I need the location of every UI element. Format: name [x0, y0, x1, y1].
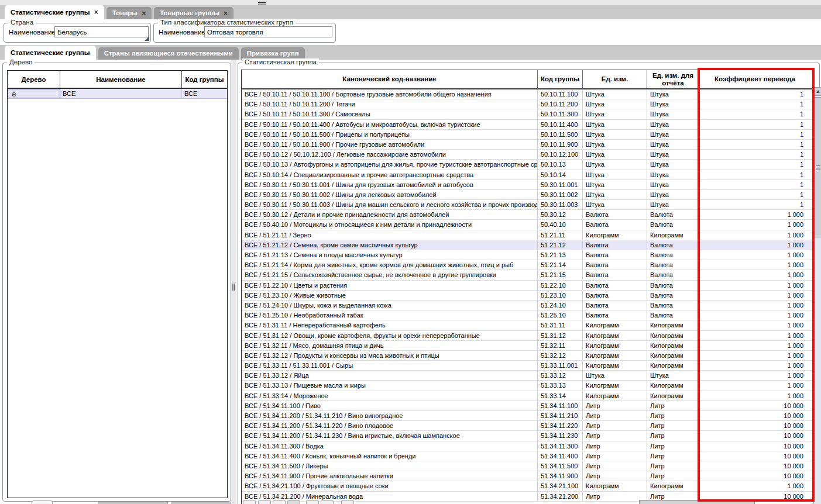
grid-row[interactable]: ВСЕ / 50.30.12 / Детали и прочие принадл… — [242, 210, 813, 220]
grid-row[interactable]: ВСЕ / 50.30.11 / 50.30.11.003 / Шины для… — [242, 200, 813, 210]
tree-column-header[interactable]: Дерево — [8, 71, 60, 88]
grid-row[interactable]: ВСЕ / 51.34.11.200 / 51.34.11.210 / Вино… — [242, 411, 813, 421]
cell-canonical-code-name: ВСЕ / 51.34.11.200 / 51.34.11.220 / Вино… — [242, 421, 538, 430]
cell-unit: Килограмм — [583, 341, 647, 350]
grid-row[interactable]: ВСЕ / 51.34.11.100 / Пиво 51.34.11.100 Л… — [242, 401, 813, 411]
grid-vertical-scrollbar[interactable] — [813, 87, 821, 504]
grid-row[interactable]: ВСЕ / 51.33.11 / 51.33.11.001 / Сыры 51.… — [242, 361, 813, 371]
cell-report-unit: Килограмм — [647, 320, 699, 330]
grid-row[interactable]: ВСЕ / 51.32.12 / Продукты и консервы из … — [242, 351, 813, 361]
grid-row[interactable]: ВСЕ / 51.34.11.200 / 51.34.11.220 / Вино… — [242, 421, 813, 431]
name-column-header[interactable]: Наименование — [60, 71, 182, 88]
report-unit-column-header[interactable]: Ед. изм. для отчёта — [647, 70, 699, 88]
paging-last-button[interactable] — [321, 500, 334, 504]
grid-row[interactable]: ВСЕ / 50.10.11 / 50.10.11.200 / Тягачи 5… — [242, 99, 813, 109]
page-number-box[interactable] — [639, 500, 755, 504]
grid-row[interactable]: ВСЕ / 51.21.11 / Зерно 51.21.11 Килограм… — [242, 230, 813, 240]
grid-row[interactable]: ВСЕ / 51.25.10 / Необработанный табак 51… — [242, 310, 813, 320]
paging-next-button[interactable] — [306, 500, 319, 504]
grid-row[interactable]: ВСЕ / 51.31.11 / Непереработанный картоф… — [242, 320, 813, 330]
grid-row[interactable]: ВСЕ / 51.22.10 / Цветы и растения 51.22.… — [242, 281, 813, 291]
tree-statusbar-segment — [98, 502, 168, 504]
cell-report-unit: Валюта — [647, 220, 699, 229]
document-tab[interactable]: Статистические группы × — [5, 5, 104, 19]
combo-trigger-icon[interactable] — [145, 36, 149, 41]
country-fieldset-legend: Страна — [8, 19, 36, 26]
splitter-grip-icon[interactable] — [232, 284, 235, 291]
grid-row[interactable]: ВСЕ / 51.21.12 / Семена, кроме семян мас… — [242, 240, 813, 250]
tree-toolbar-button[interactable] — [32, 500, 53, 504]
scrollbar-thumb[interactable] — [814, 97, 821, 237]
cell-group-code: 50.10.11.400 — [538, 120, 583, 129]
group-code-column-header[interactable]: Код группы — [538, 70, 583, 88]
scrollbar-up-button[interactable] — [814, 87, 821, 96]
grid-row[interactable]: ВСЕ / 50.10.12 / 50.10.12.100 / Легковые… — [242, 150, 813, 160]
grid-row[interactable]: ВСЕ / 51.34.11.500 / Ликеры 51.34.11.500… — [242, 461, 813, 471]
grid-row[interactable]: ВСЕ / 51.21.15 / Сельскохозяйственное сы… — [242, 270, 813, 280]
paging-prev-button[interactable] — [258, 500, 271, 504]
cell-conversion-coefficient: 1 000 — [699, 331, 810, 340]
cell-conversion-coefficient: 10 000 — [699, 431, 810, 440]
grid-row[interactable]: ВСЕ / 51.34.21.100 / Фруктовые и овощные… — [242, 481, 813, 491]
document-tab[interactable]: Товарные группы × — [154, 7, 233, 19]
panel-collapse-handle-icon[interactable] — [258, 2, 266, 5]
country-name-input[interactable] — [54, 26, 149, 37]
inner-tab[interactable]: Страны являющиеся отечественными — [98, 47, 239, 60]
inner-tab[interactable]: Статистические группы — [5, 46, 96, 60]
cell-unit: Килограмм — [583, 230, 647, 240]
document-tab[interactable]: Товары × — [107, 7, 152, 19]
cell-report-unit: Штука — [647, 109, 699, 119]
tree-row[interactable]: ⊕ ВСЕ ВСЕ — [8, 89, 227, 99]
grid-body: ВСЕ / 50.10.11 / 50.10.11.100 / Бортовые… — [242, 89, 813, 502]
paging-button[interactable] — [273, 500, 286, 504]
grid-row[interactable]: ВСЕ / 51.23.10 / Живые животные 51.23.10… — [242, 291, 813, 301]
grid-row[interactable]: ВСЕ / 50.30.11 / 50.30.11.001 / Шины для… — [242, 180, 813, 190]
grid-row[interactable]: ВСЕ / 51.31.12 / Овощи, кроме картофеля,… — [242, 331, 813, 341]
paging-first-button[interactable] — [243, 500, 256, 504]
grid-row[interactable]: ВСЕ / 51.24.10 / Шкуры, кожа и выделанна… — [242, 301, 813, 310]
grid-row[interactable]: ВСЕ / 50.10.11 / 50.10.11.100 / Бортовые… — [242, 89, 813, 99]
grid-row[interactable]: ВСЕ / 51.32.11 / Мясо, домашняя птица и … — [242, 341, 813, 351]
grid-row[interactable]: ВСЕ / 50.10.13 / Автофургоны и автоприце… — [242, 160, 813, 170]
grid-row[interactable]: ВСЕ / 51.33.14 / Мороженое 51.33.14 Кило… — [242, 391, 813, 401]
grid-row[interactable]: ВСЕ / 50.10.11 / 50.10.11.400 / Автобусы… — [242, 120, 813, 130]
paging-button[interactable] — [287, 500, 300, 504]
grid-row[interactable]: ВСЕ / 50.10.11 / 50.10.11.300 / Самосвал… — [242, 109, 813, 119]
canonical-code-name-column-header[interactable]: Канонический код-название — [242, 70, 538, 88]
cell-canonical-code-name: ВСЕ / 51.34.11.200 / 51.34.11.210 / Вино… — [242, 411, 538, 420]
tree-expander-cell[interactable]: ⊕ — [8, 89, 60, 98]
cell-canonical-code-name: ВСЕ / 51.33.12 / Яйца — [242, 371, 538, 380]
close-icon[interactable]: × — [94, 9, 98, 16]
cell-group-code: 50.10.11.500 — [538, 130, 583, 139]
cell-conversion-coefficient: 1 000 — [699, 381, 810, 390]
inner-tab[interactable]: Привязка групп — [241, 47, 305, 60]
refresh-button[interactable] — [341, 500, 354, 504]
grid-row[interactable]: ВСЕ / 51.34.11.900 / Прочие алкогольные … — [242, 471, 813, 481]
grid-row[interactable]: ВСЕ / 51.21.13 / Семена и плоды масличны… — [242, 250, 813, 260]
grid-row[interactable]: ВСЕ / 51.34.11.200 / 51.34.11.230 / Вина… — [242, 431, 813, 441]
grid-row[interactable]: ВСЕ / 50.10.14 / Специализированные и пр… — [242, 170, 813, 180]
close-icon[interactable]: × — [142, 10, 146, 17]
cell-unit: Литр — [583, 471, 647, 481]
cell-canonical-code-name: ВСЕ / 51.21.11 / Зерно — [242, 230, 538, 240]
panel-splitter[interactable] — [231, 60, 236, 504]
conversion-coefficient-column-header[interactable]: Коэффициент перевода — [699, 70, 810, 88]
grid-row[interactable]: ВСЕ / 51.21.14 / Корма для животных, кро… — [242, 260, 813, 270]
cell-unit: Литр — [583, 461, 647, 471]
grid-row[interactable]: ВСЕ / 50.30.11 / 50.30.11.002 / Шины для… — [242, 190, 813, 200]
grid-row[interactable]: ВСЕ / 51.33.12 / Яйца 51.33.12 Штука Шту… — [242, 371, 813, 381]
cell-report-unit: Литр — [647, 461, 699, 471]
group-code-column-header[interactable]: Код группы — [182, 71, 227, 88]
grid-row[interactable]: ВСЕ / 50.10.11 / 50.10.11.500 / Прицепы … — [242, 130, 813, 140]
grid-row[interactable]: ВСЕ / 50.40.10 / Мотоциклы и относящиеся… — [242, 220, 813, 230]
cell-canonical-code-name: ВСЕ / 51.34.11.400 / Коньяк, коньячный н… — [242, 451, 538, 461]
unit-column-header[interactable]: Ед. изм. — [583, 70, 647, 88]
grid-row[interactable]: ВСЕ / 51.33.13 / Пищевые масла и жиры 51… — [242, 381, 813, 391]
grid-row[interactable]: ВСЕ / 51.34.11.300 / Водка 51.34.11.300 … — [242, 441, 813, 451]
expand-icon[interactable]: ⊕ — [11, 91, 16, 98]
grid-row[interactable]: ВСЕ / 50.10.11 / 50.10.11.900 / Прочие г… — [242, 140, 813, 150]
classifier-name-input[interactable] — [204, 26, 332, 37]
close-icon[interactable]: × — [224, 10, 228, 17]
grid-row[interactable]: ВСЕ / 51.34.11.400 / Коньяк, коньячный н… — [242, 451, 813, 461]
cell-group-code: 50.10.14 — [538, 170, 583, 179]
